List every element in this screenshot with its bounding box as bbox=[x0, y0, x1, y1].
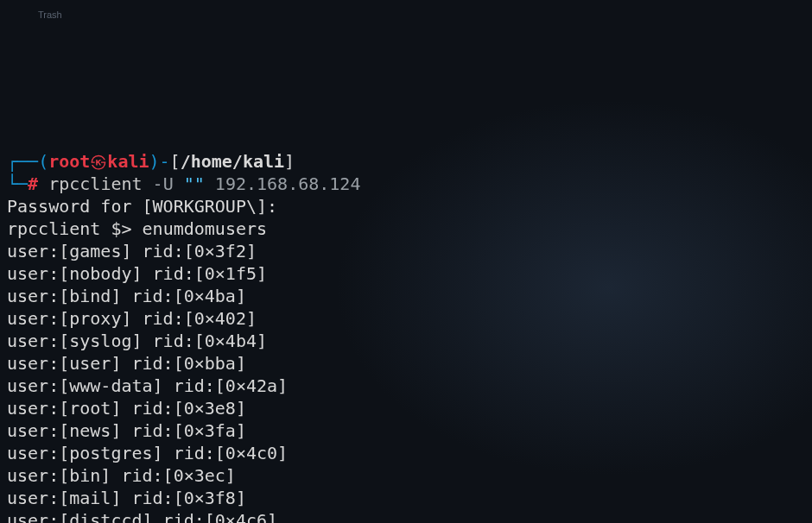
prompt-path: /home/kali bbox=[181, 151, 284, 172]
prompt-dash: - bbox=[160, 151, 170, 172]
rpc-subprompt-prefix: rpcclient bbox=[7, 218, 111, 239]
user-row: user:[mail] rid:[0×3f8] bbox=[7, 488, 246, 508]
user-row: user:[nobody] rid:[0×1f5] bbox=[7, 263, 267, 284]
cmd-flag[interactable]: -U bbox=[153, 173, 184, 194]
user-row-8: user:[news] rid:[0×3fa] bbox=[7, 419, 805, 442]
user-row: user:[root] rid:[0×3e8] bbox=[7, 398, 246, 419]
prompt-paren-close: ) bbox=[149, 151, 160, 172]
user-row: user:[www-data] rid:[0×42a] bbox=[7, 375, 288, 396]
user-row: user:[postgres] rid:[0×4c0] bbox=[7, 443, 288, 463]
cmd-quote[interactable]: "" bbox=[184, 173, 215, 194]
user-row-10: user:[bin] rid:[0×3ec] bbox=[7, 464, 805, 487]
cmd-bin[interactable]: rpcclient bbox=[48, 173, 152, 194]
prompt-bracket-open: [ bbox=[170, 151, 181, 172]
user-row-0: user:[games] rid:[0×3f2] bbox=[7, 240, 805, 262]
user-row-12: user:[distccd] rid:[0×4c6] bbox=[7, 509, 805, 523]
session-password-line: Password for [WORKGROUP\]: bbox=[7, 195, 805, 217]
terminal-output[interactable]: ┌──(root㉿kali)-[/home/kali]└─# rpcclient… bbox=[7, 150, 805, 523]
user-row-7: user:[root] rid:[0×3e8] bbox=[7, 397, 805, 419]
user-row: user:[proxy] rid:[0×402] bbox=[7, 308, 257, 329]
prompt-corner-top: ┌── bbox=[7, 151, 38, 172]
user-row: user:[syslog] rid:[0×4b4] bbox=[7, 331, 267, 351]
user-row-9: user:[postgres] rid:[0×4c0] bbox=[7, 442, 805, 464]
user-row: user:[bind] rid:[0×4ba] bbox=[7, 286, 246, 306]
desktop-trash-label: Trash bbox=[38, 3, 62, 26]
prompt-line-2: └─# rpcclient -U "" 192.168.68.124 bbox=[7, 173, 805, 195]
rpc-subprompt-line: rpcclient $> enumdomusers bbox=[7, 217, 805, 240]
user-row-4: user:[syslog] rid:[0×4b4] bbox=[7, 330, 805, 352]
skull-icon: ㉿ bbox=[90, 151, 107, 172]
user-row-1: user:[nobody] rid:[0×1f5] bbox=[7, 262, 805, 285]
prompt-user: root bbox=[48, 151, 90, 172]
user-row: user:[distccd] rid:[0×4c6] bbox=[7, 510, 277, 523]
password-prompt: Password for [WORKGROUP\]: bbox=[7, 196, 277, 217]
cmd-target[interactable]: 192.168.68.124 bbox=[215, 173, 361, 194]
prompt-bracket-close: ] bbox=[284, 151, 295, 172]
user-row-5: user:[user] rid:[0×bba] bbox=[7, 352, 805, 375]
user-row-11: user:[mail] rid:[0×3f8] bbox=[7, 487, 805, 509]
user-row-6: user:[www-data] rid:[0×42a] bbox=[7, 375, 805, 397]
user-row: user:[news] rid:[0×3fa] bbox=[7, 420, 246, 441]
rpc-subprompt-glyph: $> bbox=[111, 218, 142, 239]
prompt-corner-bottom: └─ bbox=[7, 173, 28, 194]
prompt-paren-open: ( bbox=[38, 151, 48, 172]
prompt-hash: # bbox=[28, 173, 48, 194]
rpc-subcommand[interactable]: enumdomusers bbox=[143, 218, 268, 239]
prompt-host: kali bbox=[107, 151, 149, 172]
user-row: user:[games] rid:[0×3f2] bbox=[7, 241, 257, 262]
user-row-3: user:[proxy] rid:[0×402] bbox=[7, 307, 805, 330]
user-row: user:[user] rid:[0×bba] bbox=[7, 353, 246, 374]
user-row-2: user:[bind] rid:[0×4ba] bbox=[7, 285, 805, 307]
prompt-line-1: ┌──(root㉿kali)-[/home/kali] bbox=[7, 150, 805, 173]
user-row: user:[bin] rid:[0×3ec] bbox=[7, 465, 236, 486]
